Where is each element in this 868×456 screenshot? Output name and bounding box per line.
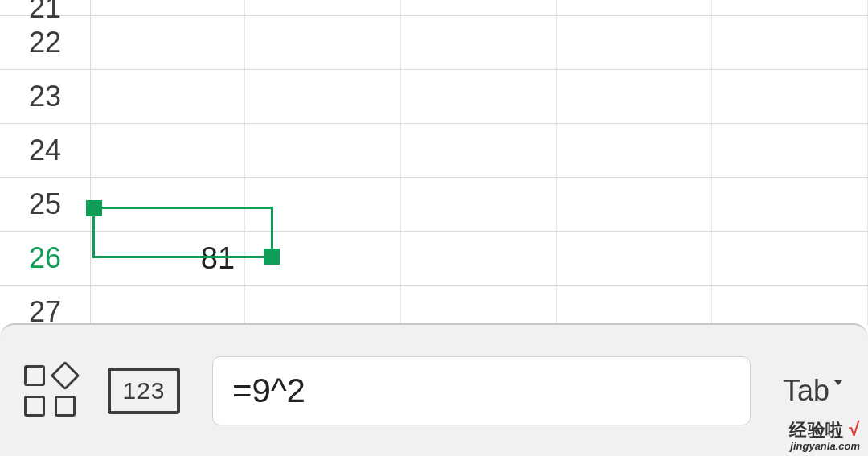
row-header-25[interactable]: 25	[0, 178, 91, 231]
cell-e27[interactable]	[557, 286, 713, 326]
cell-d25[interactable]	[401, 178, 557, 231]
formula-bar: 123 Tab	[0, 323, 868, 456]
row-header-21[interactable]: 21	[0, 0, 91, 15]
row-25: 25	[0, 178, 868, 232]
cell-c21[interactable]	[245, 0, 401, 15]
cell-f21[interactable]	[712, 0, 868, 15]
cell-f23[interactable]	[712, 70, 868, 123]
cell-d24[interactable]	[401, 124, 557, 177]
cell-f27[interactable]	[712, 286, 868, 326]
apps-icon	[24, 365, 76, 417]
cell-d21[interactable]	[401, 0, 557, 15]
row-header-23[interactable]: 23	[0, 70, 91, 123]
cell-e24[interactable]	[557, 124, 713, 177]
row-header-26[interactable]: 26	[0, 232, 91, 285]
watermark-url: jingyanla.com	[789, 440, 860, 452]
row-26: 26 81	[0, 232, 868, 286]
cell-d26[interactable]	[401, 232, 557, 285]
cell-b27[interactable]	[91, 286, 245, 326]
cell-b23[interactable]	[91, 70, 245, 123]
cell-f25[interactable]	[712, 178, 868, 231]
cell-b21[interactable]	[91, 0, 245, 15]
row-27: 27	[0, 286, 868, 326]
tab-button[interactable]: Tab	[783, 374, 844, 408]
formula-input[interactable]	[212, 356, 751, 425]
cell-d22[interactable]	[401, 16, 557, 69]
number-format-button[interactable]: 123	[108, 368, 180, 414]
cell-f26[interactable]	[712, 232, 868, 285]
cell-d27[interactable]	[401, 286, 557, 326]
cell-b22[interactable]	[91, 16, 245, 69]
cell-b26[interactable]: 81	[91, 232, 245, 285]
cell-f22[interactable]	[712, 16, 868, 69]
cell-c27[interactable]	[245, 286, 401, 326]
cell-d23[interactable]	[401, 70, 557, 123]
row-header-24[interactable]: 24	[0, 124, 91, 177]
watermark: 经验啦 √ jingyanla.com	[789, 418, 860, 452]
cell-b25[interactable]	[91, 178, 245, 231]
cell-b24[interactable]	[91, 124, 245, 177]
row-header-27[interactable]: 27	[0, 286, 91, 326]
cell-e26[interactable]	[557, 232, 713, 285]
tab-label: Tab	[783, 374, 829, 407]
apps-button[interactable]	[24, 365, 76, 417]
cell-c24[interactable]	[245, 124, 401, 177]
number-format-icon: 123	[108, 368, 180, 414]
check-icon: √	[849, 418, 860, 440]
cell-e23[interactable]	[557, 70, 713, 123]
row-24: 24	[0, 124, 868, 178]
cell-e25[interactable]	[557, 178, 713, 231]
cell-c25[interactable]	[245, 178, 401, 231]
cell-c23[interactable]	[245, 70, 401, 123]
cell-e21[interactable]	[557, 0, 713, 15]
watermark-text: 经验啦	[789, 420, 844, 440]
cell-c26[interactable]	[245, 232, 401, 285]
row-21: 21	[0, 0, 868, 16]
cell-e22[interactable]	[557, 16, 713, 69]
row-22: 22	[0, 16, 868, 70]
numpad-label: 123	[122, 377, 165, 405]
row-header-22[interactable]: 22	[0, 16, 91, 69]
cell-f24[interactable]	[712, 124, 868, 177]
spreadsheet-grid[interactable]: 21 22 23 24 25 26 81	[0, 0, 868, 326]
row-23: 23	[0, 70, 868, 124]
cell-c22[interactable]	[245, 16, 401, 69]
